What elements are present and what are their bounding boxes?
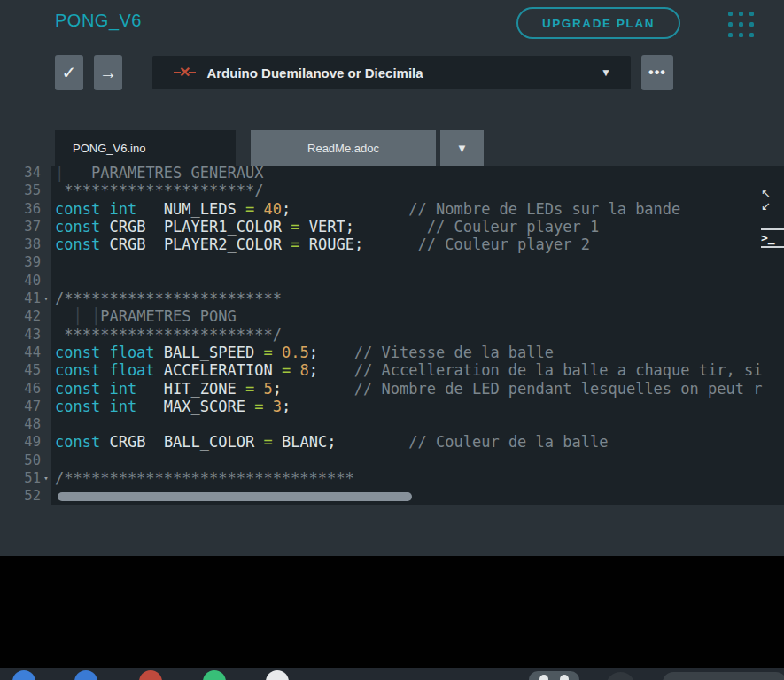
diagonal-arrows-icon[interactable]: ↖↙ [757, 188, 784, 212]
code-text: │ │PARAMETRES PONG [51, 307, 237, 325]
code-row: 45const float ACCELERATION = 8; // Accel… [0, 361, 784, 379]
more-options-button[interactable]: ••• [641, 55, 673, 90]
dock-search-pill[interactable] [663, 672, 784, 680]
code-text [51, 415, 55, 433]
board-name: Arduino Duemilanove or Diecimila [206, 66, 423, 81]
upgrade-plan-label: UPGRADE PLAN [542, 17, 655, 30]
dock-app-blue-1[interactable] [12, 670, 35, 680]
code-row: 50 [0, 452, 784, 469]
fold-spacer [41, 236, 51, 253]
code-text: const int NUM_LEDS = 40; // Nombre de LE… [51, 200, 680, 218]
line-number: 39 [0, 253, 41, 271]
dock-app-white[interactable] [266, 670, 289, 680]
code-text: const CRGB PLAYER2_COLOR = ROUGE; // Cou… [51, 236, 590, 253]
editor-chrome: PONG_V6 UPGRADE PLAN ✓ → ✕ Arduino Duemi… [0, 0, 784, 556]
fold-spacer [41, 344, 51, 361]
verify-button[interactable]: ✓ [55, 55, 83, 90]
fold-spacer [41, 182, 51, 199]
fold-spacer [41, 452, 51, 469]
code-row: 49const CRGB BALL_COLOR = BLANC; // Coul… [0, 433, 784, 451]
fold-spacer [41, 253, 51, 271]
line-number: 37 [0, 218, 41, 236]
fold-spacer [41, 326, 51, 344]
fold-spacer [41, 307, 51, 325]
dock-app-glasses[interactable] [529, 671, 579, 680]
fold-spacer [41, 433, 51, 451]
line-number: 35 [0, 182, 41, 199]
code-text [51, 452, 55, 469]
code-row: 39 [0, 253, 784, 271]
code-row: 36const int NUM_LEDS = 40; // Nombre de … [0, 200, 784, 218]
line-number: 42 [0, 307, 41, 325]
line-number: 36 [0, 200, 41, 218]
line-number: 38 [0, 236, 41, 253]
chevron-down-icon: ▼ [601, 66, 611, 79]
code-text: ***********************/ [51, 326, 282, 344]
code-text: const CRGB PLAYER1_COLOR = VERT; // Coul… [51, 218, 599, 236]
fold-spacer [41, 380, 51, 398]
fold-spacer [41, 200, 51, 218]
code-row: 48 [0, 415, 784, 433]
fold-spacer [41, 487, 51, 505]
line-number: 44 [0, 344, 41, 361]
fold-spacer [41, 361, 51, 379]
upload-button[interactable]: → [94, 55, 122, 90]
code-text [51, 487, 55, 505]
code-text: const int MAX_SCORE = 3; [51, 398, 291, 415]
code-row: 37const CRGB PLAYER1_COLOR = VERT; // Co… [0, 218, 784, 236]
code-row: 43 ***********************/ [0, 326, 784, 344]
dock-app-blue-2[interactable] [74, 670, 97, 680]
code-row: 42 │ │PARAMETRES PONG [0, 307, 784, 325]
board-selector[interactable]: ✕ Arduino Duemilanove or Diecimila ▼ [152, 56, 631, 89]
line-number: 51 [0, 469, 41, 487]
editor-side-panel: ↖↙ >_ [757, 188, 784, 248]
dock-app-red[interactable] [139, 670, 162, 680]
tab-label: PONG_V6.ino [73, 142, 145, 155]
code-text: │ PARAMETRES GENERAUX [51, 166, 263, 182]
code-text [51, 253, 55, 271]
code-row: 38const CRGB PLAYER2_COLOR = ROUGE; // C… [0, 236, 784, 253]
fold-spacer [41, 415, 51, 433]
upgrade-plan-button[interactable]: UPGRADE PLAN [516, 7, 680, 39]
fold-marker-icon[interactable]: ▾ [41, 469, 51, 487]
board-disconnected-icon: ✕ [174, 66, 196, 80]
tab-pong-v6-ino[interactable]: PONG_V6.ino [55, 130, 236, 166]
chevron-down-icon: ▼ [456, 142, 468, 155]
tab-list-dropdown-button[interactable]: ▼ [440, 130, 484, 166]
fold-marker-icon[interactable]: ▾ [41, 290, 51, 307]
code-text: const float BALL_SPEED = 0.5; // Vitesse… [51, 344, 554, 361]
dock-app-green[interactable] [203, 670, 226, 680]
code-editor[interactable]: 34│ PARAMETRES GENERAUX35 **************… [0, 166, 784, 505]
code-row: 34│ PARAMETRES GENERAUX [0, 166, 784, 182]
line-number: 43 [0, 326, 41, 344]
code-text: const float ACCELERATION = 8; // Accelle… [51, 361, 762, 379]
terminal-icon[interactable]: >_ [761, 228, 784, 248]
apps-grid-icon[interactable] [728, 12, 754, 37]
fold-spacer [41, 166, 51, 182]
code-row: 44const float BALL_SPEED = 0.5; // Vites… [0, 344, 784, 361]
code-text [51, 272, 55, 290]
tab-readme-adoc[interactable]: ReadMe.adoc [251, 130, 436, 166]
fold-spacer [41, 398, 51, 415]
line-number: 50 [0, 452, 41, 469]
app-window: PONG_V6 UPGRADE PLAN ✓ → ✕ Arduino Duemi… [0, 0, 784, 680]
screen-black-area [0, 556, 784, 668]
code-text: *********************/ [51, 182, 263, 199]
line-number: 46 [0, 380, 41, 398]
ellipsis-icon: ••• [648, 65, 666, 81]
line-number: 48 [0, 415, 41, 433]
horizontal-scrollbar[interactable] [58, 492, 412, 501]
line-number: 41 [0, 290, 41, 307]
code-lines: 34│ PARAMETRES GENERAUX35 **************… [0, 166, 784, 505]
code-row: 47const int MAX_SCORE = 3; [0, 398, 784, 415]
line-number: 52 [0, 487, 41, 505]
code-row: 35 *********************/ [0, 182, 784, 199]
code-text: /******************************** [51, 469, 354, 487]
line-number: 47 [0, 398, 41, 415]
tab-label: ReadMe.adoc [307, 142, 379, 155]
dock-app-dark-circle[interactable] [606, 672, 635, 680]
line-number: 45 [0, 361, 41, 379]
check-icon: ✓ [62, 62, 77, 83]
code-row: 46const int HIT_ZONE = 5; // Nombre de L… [0, 380, 784, 398]
line-number: 34 [0, 166, 41, 182]
